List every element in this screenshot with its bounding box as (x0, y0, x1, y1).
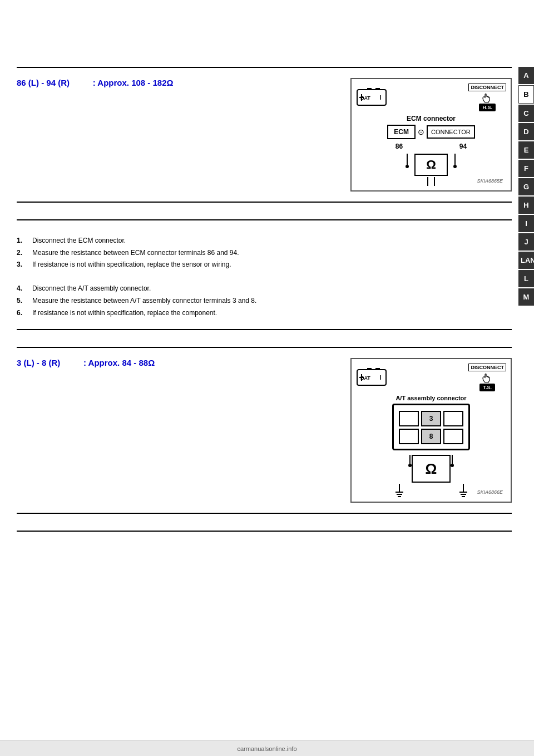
section1-terminal-range: 86 (L) - 94 (R) (17, 78, 70, 87)
ecm-diagram-box: BAT DISCONNECT H.S. (350, 78, 512, 192)
at-pin-b2: 8 (421, 429, 441, 444)
skia-code-1: SKIA6865E (477, 178, 503, 184)
at-diagram-inner: BAT DISCONNECT T.S. A/T a (356, 364, 506, 497)
at-ohm-meter: Ω (412, 455, 451, 483)
at-pin-t1 (399, 411, 419, 426)
disconnect-group: DISCONNECT H.S. (468, 84, 506, 111)
step-text-5: Measure the resistance between A/T assem… (32, 295, 256, 307)
section-steps: 1. Disconnect the ECM connector. 2. Meas… (17, 219, 512, 330)
at-disconnect-label: DISCONNECT (468, 364, 506, 371)
step-5: 5. Measure the resistance between A/T as… (17, 295, 512, 307)
watermark-text: carmanualsonline.info (237, 745, 296, 752)
ts-badge: T.S. (479, 384, 495, 391)
step-text-4: Disconnect the A/T assembly connector. (32, 283, 151, 295)
hs-badge: H.S. (479, 104, 496, 111)
at-connector-label: A/T assembly connector (356, 395, 506, 401)
section1-resistance-value: : Approx. 108 - 182Ω (93, 78, 174, 87)
ecm-pin-right: 94 (459, 143, 467, 150)
bottom-divider (17, 531, 512, 532)
at-pins-top: 3 (398, 411, 464, 426)
ecm-pin-numbers: 86 94 (356, 143, 506, 150)
steps-content: 1. Disconnect the ECM connector. 2. Meas… (17, 235, 512, 319)
ecm-diagram-inner: BAT DISCONNECT H.S. (356, 84, 506, 186)
at-pin-b3 (443, 429, 463, 444)
section3-terminal-range: 3 (L) - 8 (R) (17, 358, 60, 367)
at-probe-right (451, 455, 454, 483)
at-battery-icon: BAT (356, 367, 389, 387)
step-num-4: 4. (17, 283, 28, 295)
at-ohm-container: Ω (356, 455, 506, 483)
main-content: 86 (L) - 94 (R) : Approx. 108 - 182Ω BAT (17, 0, 512, 532)
ecm-top-row: BAT DISCONNECT H.S. (356, 84, 506, 111)
at-top-row: BAT DISCONNECT T.S. (356, 364, 506, 391)
at-pin-t3 (443, 411, 463, 426)
side-tab-E[interactable]: E (518, 141, 534, 159)
ecm-connector-row: ECM ⊙ CONNECTOR (356, 125, 506, 139)
logo-bar: carmanualsonline.info (0, 740, 534, 756)
step-4: 4. Disconnect the A/T assembly connector… (17, 283, 512, 295)
section3-content: 3 (L) - 8 (R) : Approx. 84 - 88Ω (17, 358, 339, 372)
section3-resistance-value: : Approx. 84 - 88Ω (83, 358, 155, 367)
connector-arrow: ⊙ (418, 127, 424, 136)
section3-title: 3 (L) - 8 (R) : Approx. 84 - 88Ω (17, 358, 339, 367)
step-num-2: 2. (17, 247, 28, 259)
step-text-1: Disconnect the ECM connector. (32, 235, 126, 247)
step-1: 1. Disconnect the ECM connector. (17, 235, 512, 247)
battery-icon: BAT (356, 87, 389, 107)
side-tab-J[interactable]: J (518, 233, 534, 251)
side-tab-C[interactable]: C (518, 105, 534, 122)
step-text-6: If resistance is not within specificatio… (32, 307, 217, 320)
step-num-1: 1. (17, 235, 28, 247)
ecm-connector-label: ECM connector (356, 115, 506, 122)
side-tab-F[interactable]: F (518, 160, 534, 177)
side-tab-H[interactable]: H (518, 197, 534, 214)
side-tab-list: A B C D E F G H I J LAN L M (518, 67, 534, 306)
side-tab-D[interactable]: D (518, 123, 534, 140)
svg-rect-8 (367, 368, 372, 370)
side-tab-B[interactable]: B (518, 85, 534, 104)
side-tab-I[interactable]: I (518, 215, 534, 232)
at-ground-left (395, 484, 403, 497)
step-num-5: 5. (17, 295, 28, 307)
at-pins-bottom: 8 (398, 429, 464, 444)
ecm-ohm-row: Ω (356, 154, 506, 176)
svg-rect-1 (367, 88, 372, 90)
section-at-connector: 3 (L) - 8 (R) : Approx. 84 - 88Ω BAT (17, 347, 512, 514)
section-gap-1 (17, 203, 512, 219)
side-tab-G[interactable]: G (518, 178, 534, 195)
side-tab-A[interactable]: A (518, 67, 534, 84)
section1-content: 86 (L) - 94 (R) : Approx. 108 - 182Ω (17, 78, 339, 92)
svg-rect-9 (375, 368, 380, 370)
section1-title: 86 (L) - 94 (R) : Approx. 108 - 182Ω (17, 78, 339, 87)
skia-code-2: SKIA6866E (477, 489, 503, 495)
ecm-probe-left (406, 154, 409, 176)
connector-box: CONNECTOR (427, 125, 475, 139)
at-pin-t2: 3 (421, 411, 441, 426)
section-ecm-connector: 86 (L) - 94 (R) : Approx. 108 - 182Ω BAT (17, 67, 512, 203)
disconnect-label: DISCONNECT (468, 84, 506, 91)
hand-icon (481, 92, 494, 104)
step-num-3: 3. (17, 259, 28, 271)
step-3: 3. If resistance is not within specifica… (17, 259, 512, 271)
step-text-3: If resistance is not within specificatio… (32, 259, 231, 271)
step-6: 6. If resistance is not within specifica… (17, 307, 512, 320)
side-tab-L[interactable]: L (518, 270, 534, 287)
step-2: 2. Measure the resistance between ECM co… (17, 247, 512, 259)
ecm-ohm-meter: Ω (414, 154, 448, 176)
at-disconnect-group: DISCONNECT T.S. (468, 364, 506, 391)
step-num-6: 6. (17, 307, 28, 320)
at-pin-b1 (399, 429, 419, 444)
step-text-2: Measure the resistance between ECM conne… (32, 247, 239, 259)
at-ground-right (459, 484, 467, 497)
at-diagram-box: BAT DISCONNECT T.S. A/T a (350, 358, 512, 503)
side-tab-M[interactable]: M (518, 288, 534, 306)
at-hand-icon (481, 372, 494, 384)
ecm-pin-left: 86 (395, 143, 403, 150)
at-connector-outer: 3 8 (392, 404, 470, 450)
svg-rect-2 (375, 88, 380, 90)
side-tab-LAN[interactable]: LAN (518, 252, 534, 269)
ecm-box: ECM (387, 125, 416, 139)
ecm-probe-right (453, 154, 457, 176)
